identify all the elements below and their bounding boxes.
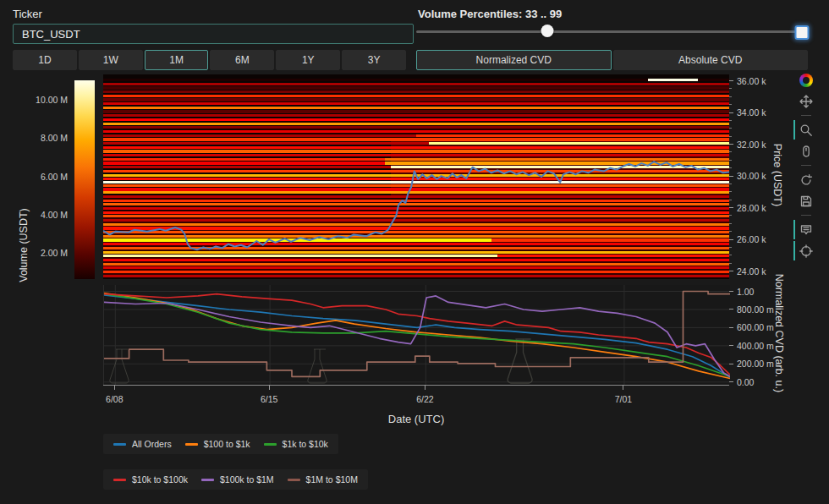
ticker-input[interactable] <box>13 24 414 44</box>
price-minor-tick <box>729 167 732 168</box>
date-tick-label: 6/08 <box>101 394 128 404</box>
wheel-zoom-tool-icon[interactable] <box>799 144 814 158</box>
price-tick-label: 30.00 k <box>737 171 766 181</box>
pan-tool-icon[interactable] <box>799 94 814 108</box>
cvd-plot[interactable] <box>103 285 730 385</box>
cvd-button-absolute-cvd[interactable]: Absolute CVD <box>613 50 809 70</box>
range-button-6m[interactable]: 6M <box>210 50 274 70</box>
date-tick-label: 6/22 <box>411 394 438 404</box>
price-minor-tick <box>729 136 732 137</box>
legend-swatch <box>288 479 300 481</box>
date-tick <box>425 385 425 390</box>
bokeh-logo <box>799 73 814 87</box>
cvd-button-normalized-cvd[interactable]: Normalized CVD <box>416 50 612 70</box>
active-tool-indicator <box>793 220 795 239</box>
date-tick <box>114 385 115 390</box>
price-tick-label: 24.00 k <box>737 266 766 277</box>
price-minor-tick <box>729 120 732 121</box>
cvd-tick <box>729 381 733 382</box>
price-minor-tick <box>729 151 732 152</box>
price-tick-label: 26.00 k <box>737 234 766 244</box>
price-minor-tick <box>729 263 732 264</box>
active-tool-indicator <box>793 120 795 140</box>
price-tick-label: 34.00 k <box>737 107 766 118</box>
cvd-tick-label: 200.00 m <box>737 359 774 369</box>
date-tick <box>269 385 270 390</box>
colorbar-tick-label: 10.00 M <box>30 95 68 105</box>
cvd-tick-label: 400.00 m <box>737 341 774 351</box>
cvd-tick-label: 1.00 <box>737 287 754 297</box>
ticker-label: Ticker <box>13 8 42 20</box>
save-tool-icon[interactable] <box>799 194 814 208</box>
legend-item--100k-to-1m: $100k to $1M <box>201 474 274 485</box>
crosshair-tool-icon[interactable] <box>799 244 814 258</box>
toolbar-divider <box>801 165 811 166</box>
hover-tool-icon[interactable] <box>799 222 814 237</box>
price-minor-tick <box>729 128 732 129</box>
range-button-1d[interactable]: 1D <box>13 50 77 70</box>
reset-tool-icon[interactable] <box>799 173 814 187</box>
date-tick-label: 6/15 <box>255 394 283 404</box>
price-tick <box>729 80 733 81</box>
legend-swatch <box>113 443 126 446</box>
range-button-1y[interactable]: 1Y <box>276 50 340 70</box>
price-minor-tick <box>729 96 732 97</box>
active-tool-indicator <box>793 241 795 260</box>
range-button-3y[interactable]: 3Y <box>342 50 406 70</box>
volume-colorbar <box>74 80 95 279</box>
box-zoom-tool-icon[interactable] <box>799 123 814 137</box>
slider-handle-high[interactable] <box>795 25 810 40</box>
price-minor-tick <box>729 223 732 224</box>
colorbar-tick-label: 8.00 M <box>30 133 68 143</box>
price-tick-label: 36.00 k <box>737 76 766 86</box>
volume-percentiles-slider[interactable] <box>416 24 808 39</box>
volume-heatmap-plot[interactable] <box>103 74 729 279</box>
price-minor-tick <box>729 184 732 184</box>
price-tick <box>729 144 733 145</box>
date-tick <box>623 385 623 390</box>
legend-label: $1k to $10k <box>283 439 328 449</box>
legend-label: $100k to $1M <box>220 474 274 485</box>
range-button-1w[interactable]: 1W <box>79 50 143 70</box>
app-window: Ticker Volume Percentiles: 33 .. 99 1D1W… <box>0 0 829 504</box>
price-tick-label: 28.00 k <box>737 203 766 213</box>
toolbar-divider <box>801 115 811 116</box>
legend-row-2: $10k to $100k$100k to $1M$1M to $10M <box>103 469 368 490</box>
watermark-shape <box>110 349 129 383</box>
legend-swatch <box>264 443 277 446</box>
x-axis-line <box>103 385 729 386</box>
price-minor-tick <box>729 104 732 105</box>
cvd-axis-label: Normalized CVD (arb. u.) <box>773 274 785 392</box>
colorbar-tick-label: 4.00 M <box>30 210 68 220</box>
cvd-tick <box>729 364 733 364</box>
price-minor-tick <box>729 231 732 232</box>
price-minor-tick <box>729 247 732 248</box>
range-button-1m[interactable]: 1M <box>145 50 209 70</box>
price-minor-tick <box>729 200 732 200</box>
legend-row-1: All Orders$100 to $1k$1k to $10k <box>103 434 338 454</box>
legend-item--1m-to-10m: $1M to $10M <box>288 474 358 485</box>
cvd-tick-label: 0.00 <box>737 377 754 387</box>
price-minor-tick <box>729 88 732 89</box>
price-tick-label: 32.00 k <box>737 140 766 150</box>
legend-item-all-orders: All Orders <box>113 439 172 449</box>
legend-label: $10k to $100k <box>132 474 188 485</box>
bokeh-logo-icon <box>799 74 813 87</box>
colorbar-tick-label: 2.00 M <box>30 248 68 258</box>
legend-item--1k-to-10k: $1k to $10k <box>264 439 328 449</box>
slider-handle-low[interactable] <box>541 25 554 37</box>
price-minor-tick <box>729 191 732 192</box>
cvd-tick <box>729 345 733 346</box>
price-tick <box>729 207 733 208</box>
cvd-tick <box>729 327 733 328</box>
price-axis-label: Price (USDT) <box>771 144 783 206</box>
legend-swatch <box>113 479 126 481</box>
slider-track[interactable] <box>416 30 808 33</box>
price-tick <box>729 112 733 113</box>
bokeh-toolbar <box>795 73 817 258</box>
legend-label: $1M to $10M <box>306 474 358 485</box>
cvd-mode-buttons: Normalized CVDAbsolute CVD <box>416 50 808 70</box>
legend-label: $100 to $1k <box>204 439 250 449</box>
time-range-buttons: 1D1W1M6M1Y3Y <box>13 50 406 70</box>
legend-item--100-to-1k: $100 to $1k <box>185 439 250 449</box>
